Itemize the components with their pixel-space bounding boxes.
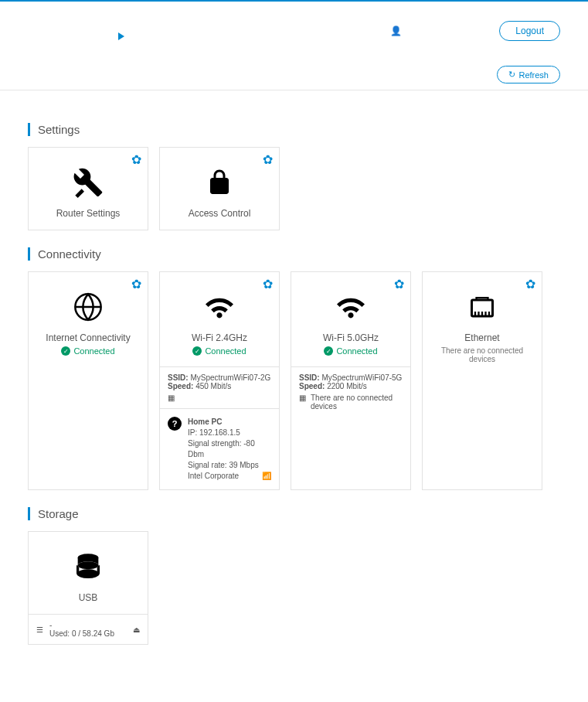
logo-charter: Charter (28, 15, 124, 24)
user-icon: 👤 (390, 26, 402, 36)
header-right: 👤 Logged in as admin Logout (390, 21, 560, 41)
header: Charter Spectrum 👤 Logged in as admin Lo… (0, 0, 588, 60)
card-wifi-5[interactable]: ✿ Wi-Fi 5.0GHz ✓Connected SSID: MySpectr… (291, 271, 411, 490)
card-title: Wi-Fi 5.0GHz (297, 332, 404, 343)
qr-icon[interactable]: ▦ (299, 394, 306, 411)
section-connectivity-title: Connectivity (28, 247, 560, 261)
device-row[interactable]: ? Home PC IP: 192.168.1.5 Signal strengt… (160, 408, 279, 489)
lock-icon (166, 165, 273, 200)
unknown-device-icon: ? (168, 417, 182, 431)
logo-triangle-icon (118, 32, 124, 40)
card-access-control[interactable]: ✿ Access Control (159, 147, 280, 230)
check-icon: ✓ (192, 346, 202, 356)
card-title: Wi-Fi 2.4GHz (166, 332, 273, 343)
card-title: Internet Connectivity (35, 332, 141, 343)
gear-icon[interactable]: ✿ (394, 277, 404, 291)
ethernet-icon (429, 289, 535, 325)
card-title: Ethernet (429, 332, 535, 343)
wifi-icon (166, 289, 273, 325)
logout-button[interactable]: Logout (499, 21, 560, 41)
no-devices-text: There are no connected devices (429, 346, 535, 363)
card-wifi-24[interactable]: ✿ Wi-Fi 2.4GHz ✓Connected SSID: MySpectr… (159, 271, 280, 490)
card-ethernet[interactable]: ✿ Ethernet There are no connected device… (422, 271, 542, 490)
card-title: USB (35, 592, 141, 603)
wifi-icon (297, 289, 404, 325)
content: Settings ✿ Router Settings ✿ Access Cont… (0, 90, 588, 676)
storage-cards: USB ☰ - Used: 0 / 58.24 Gb ⏏ (28, 531, 560, 645)
globe-icon (35, 289, 141, 325)
svg-point-4 (78, 561, 99, 569)
svg-point-5 (78, 569, 99, 577)
section-settings-title: Settings (28, 123, 560, 136)
gear-icon[interactable]: ✿ (131, 152, 141, 167)
wifi5-details: SSID: MySpectrumWiFi07-5G Speed: 2200 Mb… (291, 366, 410, 417)
refresh-icon: ↻ (508, 70, 515, 80)
gear-icon[interactable]: ✿ (525, 277, 535, 291)
disk-icon: ☰ (36, 625, 43, 634)
check-icon: ✓ (61, 346, 70, 356)
check-icon: ✓ (324, 346, 333, 356)
logo-spectrum: Spectrum (28, 24, 124, 46)
usb-detail: ☰ - Used: 0 / 58.24 Gb ⏏ (29, 614, 148, 644)
status-connected: ✓Connected (166, 346, 273, 356)
subbar: ↻Refresh (0, 60, 588, 90)
connectivity-cards: ✿ Internet Connectivity ✓Connected ✿ Wi-… (28, 271, 560, 490)
gear-icon[interactable]: ✿ (263, 277, 273, 291)
card-title: Router Settings (35, 208, 141, 219)
card-title: Access Control (166, 208, 273, 219)
device-info: Home PC IP: 192.168.1.5 Signal strength:… (188, 417, 271, 482)
storage-icon (35, 549, 141, 584)
tools-icon (35, 165, 141, 200)
gear-icon[interactable]: ✿ (263, 152, 273, 167)
card-internet[interactable]: ✿ Internet Connectivity ✓Connected (28, 271, 148, 490)
status-connected: ✓Connected (297, 346, 404, 356)
card-router-settings[interactable]: ✿ Router Settings (28, 147, 148, 230)
refresh-button[interactable]: ↻Refresh (497, 66, 560, 83)
wifi24-details: SSID: MySpectrumWiFi07-2G Speed: 450 Mbi… (160, 366, 279, 408)
section-storage-title: Storage (28, 507, 560, 520)
qr-icon[interactable]: ▦ (168, 394, 271, 402)
card-usb[interactable]: USB ☰ - Used: 0 / 58.24 Gb ⏏ (28, 531, 148, 645)
status-connected: ✓Connected (35, 346, 141, 356)
wifi-signal-icon: 📶 (262, 471, 271, 482)
logo: Charter Spectrum (28, 15, 124, 46)
gear-icon[interactable]: ✿ (131, 277, 141, 291)
logged-in-text: 👤 Logged in as admin (390, 26, 488, 36)
eject-icon[interactable]: ⏏ (133, 625, 140, 634)
settings-cards: ✿ Router Settings ✿ Access Control (28, 147, 560, 230)
